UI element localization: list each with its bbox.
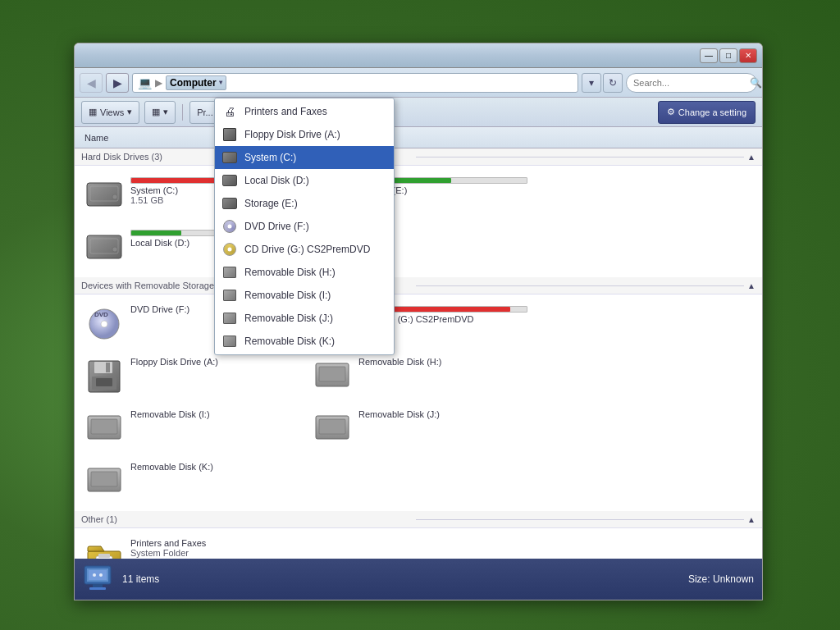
views-icon: ▦ xyxy=(89,107,97,117)
removable-grid: DVD DVD Drive (F:) xyxy=(75,294,762,511)
disk-label-removable-i: Removable Disk (I:) xyxy=(130,409,299,419)
menu-icon-removable-i xyxy=(221,287,238,304)
svg-point-35 xyxy=(93,573,96,577)
disk-item-removable-k[interactable]: Removable Disk (K:) xyxy=(81,459,303,504)
hdd-icon-c xyxy=(84,176,124,215)
menu-item-local-d[interactable]: Local Disk (D:) xyxy=(215,169,394,192)
floppy-menu-icon xyxy=(223,128,236,141)
section-other-title: Other (1) xyxy=(81,514,409,524)
svg-rect-33 xyxy=(89,587,106,590)
section-other-line xyxy=(416,519,744,520)
section-removable-header: Devices with Removable Storage ▲ xyxy=(75,277,762,294)
change-setting-button[interactable]: ⚙ Change a setting xyxy=(658,101,756,124)
change-setting-label: Change a setting xyxy=(678,107,746,117)
status-bar: 11 items Size: Unknown xyxy=(75,559,762,600)
menu-label-dvd-f: DVD Drive (F:) xyxy=(244,221,309,232)
disk-item-removable-i[interactable]: Removable Disk (I:) xyxy=(81,406,303,452)
minimize-button[interactable]: — xyxy=(700,48,718,63)
disk-item-removable-h[interactable]: Removable Disk (H:) xyxy=(309,354,531,399)
back-button[interactable]: ◀ xyxy=(80,73,103,93)
menu-icon-dvd-f xyxy=(221,218,238,235)
section-other-arrow[interactable]: ▲ xyxy=(747,515,756,524)
breadcrumb-bar: 💻 ▶ Computer ▾ xyxy=(132,73,578,93)
menu-label-removable-j: Removable Disk (J:) xyxy=(244,313,333,324)
section-hard-disks-line xyxy=(416,157,744,158)
refresh-button[interactable]: ↻ xyxy=(603,73,623,93)
disk-item-floppy-a[interactable]: Floppy Disk Drive (A:) xyxy=(81,354,303,399)
search-input[interactable] xyxy=(633,78,746,88)
disk-label-printers: Printers and Faxes xyxy=(130,538,299,548)
status-size: Size: Unknown xyxy=(688,573,754,585)
col-header-total[interactable]: Total Size xyxy=(352,133,756,143)
menu-icon-removable-j xyxy=(221,310,238,326)
search-icon[interactable]: 🔍 xyxy=(750,76,762,89)
views-label: Views xyxy=(100,107,124,117)
removable-icon-i xyxy=(84,409,124,449)
maximize-button[interactable]: □ xyxy=(719,48,737,63)
change-setting-icon: ⚙ xyxy=(667,107,675,117)
dvd-menu-icon-f xyxy=(223,220,236,233)
disk-info-removable-j: Removable Disk (J:) xyxy=(358,409,527,419)
svg-rect-22 xyxy=(91,419,117,434)
forward-button[interactable]: ▶ xyxy=(106,73,129,93)
computer-icon: 💻 xyxy=(138,76,152,89)
hard-disks-grid: System (C:) 1.51 GB Storag xyxy=(75,166,762,277)
menu-item-system-c[interactable]: System (C:) xyxy=(215,146,394,169)
section-removable-line xyxy=(416,285,744,286)
svg-rect-32 xyxy=(93,584,103,587)
disk-item-removable-j[interactable]: Removable Disk (J:) xyxy=(309,406,531,452)
svg-rect-16 xyxy=(106,363,110,372)
menu-icon-removable-k xyxy=(221,333,238,349)
content-area: Hard Disk Drives (3) ▲ xyxy=(75,148,762,559)
menu-item-dvd-f[interactable]: DVD Drive (F:) xyxy=(215,215,394,238)
search-box: 🔍 xyxy=(626,73,757,93)
disk-info-removable-k: Removable Disk (K:) xyxy=(130,462,299,472)
svg-rect-18 xyxy=(96,378,112,386)
menu-icon-local-d xyxy=(221,172,238,189)
menu-icon-system-c xyxy=(221,149,238,166)
layout-button[interactable]: ▦ ▾ xyxy=(144,101,176,124)
breadcrumb-current[interactable]: Computer ▾ xyxy=(166,75,226,90)
menu-label-removable-k: Removable Disk (K:) xyxy=(244,336,335,347)
section-hard-disks-arrow[interactable]: ▲ xyxy=(747,153,756,162)
dvd-icon-f: DVD xyxy=(84,304,124,344)
layout-arrow: ▾ xyxy=(163,107,168,117)
menu-item-removable-j[interactable]: Removable Disk (J:) xyxy=(215,307,394,330)
menu-item-cd-g[interactable]: CD Drive (G:) CS2PremDVD xyxy=(215,238,394,261)
menu-icon-cd-g xyxy=(221,241,238,258)
menu-item-removable-i[interactable]: Removable Disk (I:) xyxy=(215,284,394,307)
breadcrumb-dropdown-arrow[interactable]: ▾ xyxy=(219,79,222,86)
status-size-value: Unknown xyxy=(713,573,754,585)
menu-item-storage-e[interactable]: Storage (E:) xyxy=(215,192,394,215)
explorer-window: — □ ✕ ◀ ▶ 💻 ▶ Computer ▾ ▾ ↻ 🔍 ▦ Views xyxy=(74,43,763,600)
section-removable-arrow[interactable]: ▲ xyxy=(747,281,756,290)
svg-rect-34 xyxy=(89,570,107,580)
title-bar-buttons: — □ ✕ xyxy=(700,48,757,63)
menu-label-storage-e: Storage (E:) xyxy=(244,198,298,209)
removable-menu-icon-h xyxy=(223,267,236,278)
menu-item-removable-h[interactable]: Removable Disk (H:) xyxy=(215,261,394,284)
properties-label: Pr... xyxy=(197,107,213,117)
cd-menu-icon-g xyxy=(223,243,236,256)
menu-item-printers[interactable]: 🖨 Printers and Faxes xyxy=(215,100,394,123)
hdd-icon-d xyxy=(84,228,124,267)
removable-icon-k xyxy=(84,462,124,501)
disk-sublabel-printers: System Folder xyxy=(130,548,299,558)
menu-label-local-d: Local Disk (D:) xyxy=(244,175,309,186)
svg-rect-20 xyxy=(319,367,345,381)
svg-rect-26 xyxy=(91,472,117,486)
menu-item-removable-k[interactable]: Removable Disk (K:) xyxy=(215,330,394,353)
toolbar: ▦ Views ▾ ▦ ▾ Pr... ⚙ Change a setting xyxy=(75,98,762,127)
address-actions: ▾ ↻ xyxy=(582,73,623,93)
close-button[interactable]: ✕ xyxy=(739,48,757,63)
dropdown-button[interactable]: ▾ xyxy=(582,73,601,93)
breadcrumb-label: Computer xyxy=(170,77,217,89)
removable-menu-icon-i xyxy=(223,290,236,301)
views-button[interactable]: ▦ Views ▾ xyxy=(81,101,139,124)
disk-item-printers[interactable]: Printers and Faxes System Folder xyxy=(81,535,303,559)
menu-item-floppy-a[interactable]: Floppy Disk Drive (A:) xyxy=(215,123,394,146)
views-arrow: ▾ xyxy=(127,107,132,117)
menu-label-cd-g: CD Drive (G:) CS2PremDVD xyxy=(244,244,370,255)
disk-info-printers: Printers and Faxes System Folder xyxy=(130,538,299,558)
menu-label-system-c: System (C:) xyxy=(244,152,296,163)
